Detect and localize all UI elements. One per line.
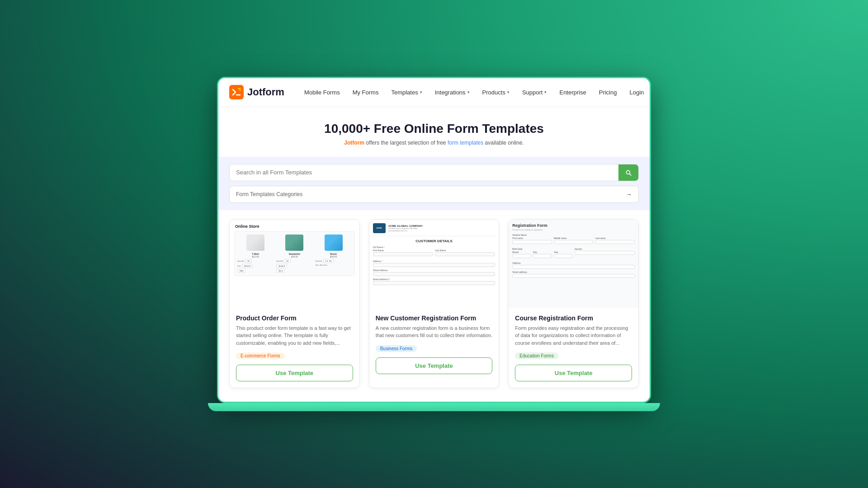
reg-street-field: Street Address bbox=[373, 269, 495, 276]
course-form-subtitle: Fill each form carefully for registratio… bbox=[512, 229, 635, 231]
card-2-tag[interactable]: Business Forms bbox=[376, 345, 417, 352]
course-form-title: Registration Form bbox=[512, 223, 635, 228]
acme-logo: ACME bbox=[373, 223, 386, 233]
card-3-title: Course Registration Form bbox=[515, 314, 632, 322]
nav-pricing[interactable]: Pricing bbox=[594, 85, 623, 99]
nav-templates[interactable]: Templates ▾ bbox=[386, 85, 427, 99]
reg-header: ACME ACME GLOBAL COMPANY 123 Main Street… bbox=[373, 223, 495, 236]
categories-label: Form Templates Categories bbox=[236, 191, 302, 197]
card-1-tag[interactable]: E-commerce Forms bbox=[236, 352, 285, 359]
use-template-button-1[interactable]: Use Template bbox=[236, 365, 353, 381]
nav-support[interactable]: Support ▾ bbox=[517, 85, 552, 99]
card-1-desc: This product order form template is a fa… bbox=[236, 324, 353, 347]
search-icon bbox=[625, 169, 632, 176]
logo[interactable]: Jotform bbox=[229, 85, 284, 99]
card-1-title: Product Order Form bbox=[236, 314, 353, 322]
nav-enterprise[interactable]: Enterprise bbox=[554, 85, 591, 99]
hero-title: 10,000+ Free Online Form Templates bbox=[229, 122, 639, 136]
tshirt-image bbox=[246, 235, 264, 251]
hero-brand: Jotform bbox=[344, 140, 364, 146]
store-item-hoodie: Sweatshirt $18.00 Quantity 1 ▾ Green ▾ bbox=[276, 235, 312, 273]
card-3-preview: Registration Form Fill each form careful… bbox=[509, 220, 638, 308]
support-chevron-icon: ▾ bbox=[544, 90, 547, 94]
svg-rect-0 bbox=[229, 85, 244, 99]
card-3-content: Course Registration Form Form provides e… bbox=[509, 308, 638, 388]
course-street: Street address bbox=[512, 271, 635, 278]
nav-actions: Login Sign Up for Free bbox=[622, 77, 651, 110]
cards-section: Online Store T-Shirt $12.00 Quantity bbox=[218, 210, 650, 402]
reg-street2-field: Street Address 2 bbox=[373, 278, 495, 285]
card-2-desc: A new customer registration form is a bu… bbox=[376, 324, 493, 339]
logo-text: Jotform bbox=[247, 86, 284, 98]
products-chevron-icon: ▾ bbox=[507, 90, 509, 94]
card-2-preview: ACME ACME GLOBAL COMPANY 123 Main Street… bbox=[369, 220, 499, 308]
hoodie-image bbox=[285, 235, 303, 251]
laptop-screen: Jotform Mobile Forms My Forms Templates … bbox=[217, 77, 651, 404]
search-button[interactable] bbox=[618, 164, 638, 181]
cards-grid: Online Store T-Shirt $12.00 Quantity bbox=[229, 219, 639, 389]
search-area: Form Templates Categories → bbox=[218, 157, 650, 210]
reg-fullname-field: Full Name * First Name Last Name bbox=[373, 246, 495, 258]
categories-arrow-icon: → bbox=[626, 191, 632, 198]
hero-link[interactable]: form templates bbox=[448, 140, 483, 146]
store-item-shoes: Shoes $45.00 Quantity 1 ▾ 0 ▾ Size Max S… bbox=[315, 235, 351, 273]
categories-bar[interactable]: Form Templates Categories → bbox=[229, 186, 639, 203]
customer-form-title: CUSTOMER DETAILS bbox=[373, 239, 495, 243]
login-button[interactable]: Login bbox=[622, 85, 651, 99]
integrations-chevron-icon: ▾ bbox=[467, 90, 470, 94]
reg-address-field: Address * bbox=[373, 260, 495, 267]
laptop-container: Jotform Mobile Forms My Forms Templates … bbox=[217, 77, 651, 412]
card-2-content: New Customer Registration Form A new cus… bbox=[369, 308, 499, 380]
card-product-order: Online Store T-Shirt $12.00 Quantity bbox=[229, 219, 360, 389]
use-template-button-2[interactable]: Use Template bbox=[376, 357, 493, 374]
card-2-title: New Customer Registration Form bbox=[376, 314, 493, 322]
store-item-tshirt: T-Shirt $12.00 Quantity 1 ▾ Size Green ▾ bbox=[237, 235, 274, 273]
card-course-reg: Registration Form Fill each form careful… bbox=[508, 219, 639, 389]
hero-subtitle: Jotform offers the largest selection of … bbox=[229, 140, 639, 146]
store-preview-title: Online Store bbox=[234, 224, 355, 229]
laptop-base bbox=[208, 403, 660, 411]
card-customer-reg: ACME ACME GLOBAL COMPANY 123 Main Street… bbox=[369, 219, 500, 389]
nav-my-forms[interactable]: My Forms bbox=[347, 85, 384, 99]
acme-company-info: ACME GLOBAL COMPANY 123 Main Street, Any… bbox=[388, 225, 423, 232]
card-3-desc: Form provides easy registration and the … bbox=[515, 324, 632, 347]
search-input[interactable] bbox=[230, 164, 618, 180]
nav-links: Mobile Forms My Forms Templates ▾ Integr… bbox=[299, 85, 623, 99]
hero-section: 10,000+ Free Online Form Templates Jotfo… bbox=[218, 107, 650, 157]
card-1-content: Product Order Form This product order fo… bbox=[230, 308, 359, 388]
shoes-image bbox=[325, 235, 343, 251]
navbar: Jotform Mobile Forms My Forms Templates … bbox=[218, 78, 650, 107]
store-items: T-Shirt $12.00 Quantity 1 ▾ Size Green ▾ bbox=[234, 231, 355, 276]
card-1-preview: Online Store T-Shirt $12.00 Quantity bbox=[230, 220, 359, 308]
nav-mobile-forms[interactable]: Mobile Forms bbox=[299, 85, 345, 99]
use-template-button-3[interactable]: Use Template bbox=[515, 365, 632, 381]
course-student-name: Student Name First name Middle name bbox=[512, 234, 635, 246]
nav-products[interactable]: Products ▾ bbox=[477, 85, 515, 99]
nav-integrations[interactable]: Integrations ▾ bbox=[429, 85, 475, 99]
templates-chevron-icon: ▾ bbox=[420, 90, 422, 94]
course-address: Address bbox=[512, 262, 635, 269]
jotform-logo-icon bbox=[229, 85, 244, 99]
search-bar bbox=[229, 164, 639, 181]
card-3-tag[interactable]: Education Forms bbox=[515, 352, 558, 359]
